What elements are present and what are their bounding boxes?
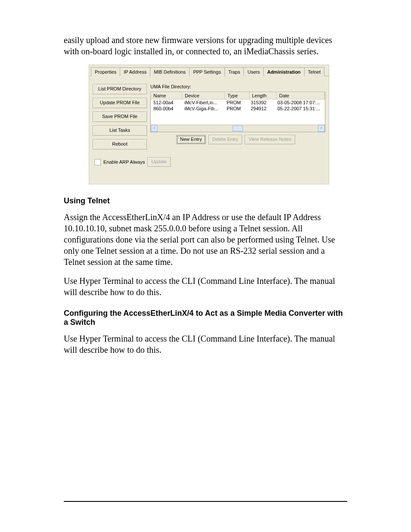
footer-rule: [64, 501, 347, 502]
view-release-notes-button[interactable]: View Release Notes: [245, 135, 295, 144]
scroll-thumb[interactable]: [233, 125, 243, 131]
tab-traps[interactable]: Traps: [224, 67, 244, 76]
uma-file-listview[interactable]: Name Device Type Length Date 512-00a4 iM…: [150, 92, 325, 132]
config-heading: Configuring the AccessEtherLinX/4 to Act…: [64, 309, 347, 327]
tab-strip: Properties IP Address MIB Definitions PP…: [89, 65, 329, 76]
config-paragraph-1: Use Hyper Terminal to access the CLI (Co…: [64, 333, 347, 355]
col-name[interactable]: Name: [151, 92, 182, 99]
tab-properties[interactable]: Properties: [91, 67, 120, 76]
scroll-left-icon[interactable]: ‹: [151, 125, 158, 132]
cell-type: PROM: [224, 106, 248, 112]
uma-directory-label: UMA File Directory:: [150, 84, 325, 89]
table-row[interactable]: 860-00b4 iMcV-Giga-Fib... PROM 294912 05…: [151, 106, 325, 112]
reboot-button[interactable]: Reboot: [93, 139, 147, 149]
cell-type: PROM: [224, 100, 248, 106]
intro-paragraph: easily upload and store new firmware ver…: [64, 34, 347, 57]
document-page: easily upload and store new firmware ver…: [0, 0, 411, 532]
uma-panel: UMA File Directory: Name Device Type Len…: [150, 84, 325, 149]
save-prom-file-button[interactable]: Save PROM File: [93, 112, 147, 122]
col-date[interactable]: Date: [277, 92, 325, 99]
tab-telnet[interactable]: Telnet: [304, 67, 324, 76]
cell-length: 315392: [248, 100, 275, 106]
new-entry-button[interactable]: New Entry: [176, 135, 206, 144]
tab-administration[interactable]: Administration: [263, 67, 305, 76]
cell-date: 03-05-2008 17:07:...: [275, 100, 325, 106]
enable-arp-row: Enable ARP Always Update: [89, 153, 329, 167]
horizontal-scrollbar[interactable]: ‹ ›: [151, 124, 325, 132]
cell-name: 512-00a4: [151, 100, 182, 106]
scroll-right-icon[interactable]: ›: [318, 125, 325, 132]
col-length[interactable]: Length: [249, 92, 277, 99]
update-prom-file-button[interactable]: Update PROM File: [93, 98, 147, 108]
using-telnet-heading: Using Telnet: [64, 196, 347, 205]
tab-users[interactable]: Users: [243, 67, 264, 76]
enable-arp-checkbox[interactable]: [94, 159, 101, 165]
telnet-paragraph-2: Use Hyper Terminal to access the CLI (Co…: [64, 275, 347, 298]
listview-header: Name Device Type Length Date: [151, 92, 325, 100]
list-tasks-button[interactable]: List Tasks: [93, 125, 147, 136]
update-button[interactable]: Update: [147, 157, 170, 167]
listview-action-row: New Entry Delete Entry View Release Note…: [176, 135, 325, 144]
delete-entry-button[interactable]: Delete Entry: [209, 135, 243, 144]
list-prom-directory-button[interactable]: List PROM Directory: [93, 84, 147, 94]
tab-body: List PROM Directory Update PROM File Sav…: [89, 76, 329, 153]
enable-arp-label: Enable ARP Always: [103, 159, 145, 165]
col-type[interactable]: Type: [225, 92, 249, 99]
cell-date: 05-22-2007 15:31:...: [275, 106, 325, 112]
cell-device: iMcV-Giga-Fib...: [182, 106, 224, 112]
admin-screenshot: Properties IP Address MIB Definitions PP…: [89, 65, 329, 184]
cell-length: 294912: [248, 106, 275, 112]
col-device[interactable]: Device: [182, 92, 225, 99]
cell-device: iMcV-FiberLin...: [182, 100, 224, 106]
table-row[interactable]: 512-00a4 iMcV-FiberLin... PROM 315392 03…: [151, 100, 325, 106]
tab-mib-definitions[interactable]: MIB Definitions: [150, 67, 190, 76]
left-button-column: List PROM Directory Update PROM File Sav…: [93, 84, 147, 149]
tab-ppp-settings[interactable]: PPP Settings: [189, 67, 225, 76]
telnet-paragraph-1: Assign the AccessEtherLinX/4 an IP Addre…: [64, 212, 347, 268]
cell-name: 860-00b4: [151, 106, 182, 112]
tab-ip-address[interactable]: IP Address: [120, 67, 150, 76]
